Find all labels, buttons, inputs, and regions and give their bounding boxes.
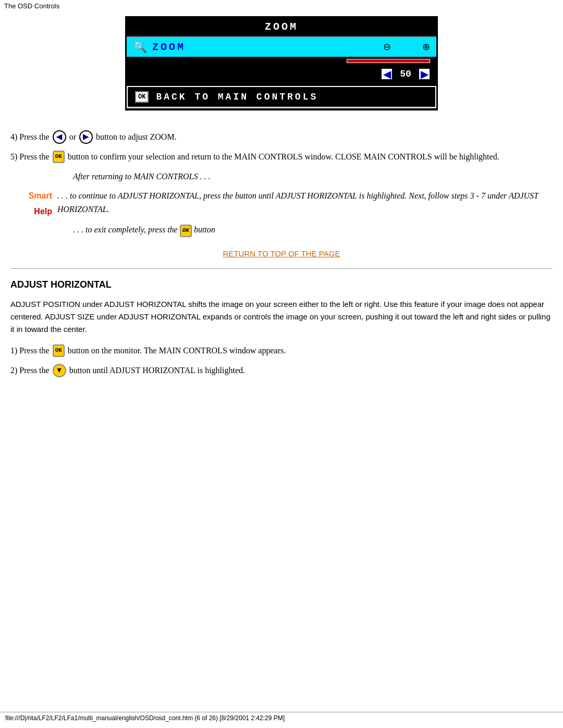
osd-right-arrow[interactable]: ▶ xyxy=(419,68,430,80)
step4-or: or xyxy=(69,130,76,144)
osd-number-row: ◀ 50 ▶ xyxy=(127,67,436,81)
smart-help-container: Smart Help . . . to continue to ADJUST H… xyxy=(10,189,553,218)
step4-prefix: 4) Press the xyxy=(10,130,50,144)
left-arrow-button: ◀ xyxy=(53,130,66,144)
osd-body: 🔍 ZOOM ⊖ ⊕ ◀ 50 ▶ OK BACK TO MAIN CONTRO… xyxy=(127,36,436,109)
step4-end: button to adjust ZOOM. xyxy=(96,130,177,144)
osd-value: 50 xyxy=(398,69,413,79)
zoom-magnify-icon: 🔍 xyxy=(133,40,147,54)
section-divider xyxy=(10,268,553,269)
step5-middle: button to confirm your selection and ret… xyxy=(68,150,499,164)
zoom-plus-icon: ⊕ xyxy=(422,41,430,53)
osd-display: ZOOM 🔍 ZOOM ⊖ ⊕ ◀ 50 ▶ OK BACK TO MAIN C… xyxy=(125,16,438,110)
right-arrow-button-step4: ▶ xyxy=(79,130,93,144)
help-label: Help xyxy=(34,205,52,218)
s2-step2-prefix: 2) Press the xyxy=(10,364,50,377)
smart-help-content: . . . to continue to ADJUST HORIZONTAL, … xyxy=(57,189,553,218)
after-returning: After returning to MAIN CONTROLS . . . xyxy=(73,170,553,183)
smart-help-labels: Smart Help xyxy=(10,189,52,218)
return-to-top-link[interactable]: RETURN TO TOP OF THE PAGE xyxy=(10,248,553,260)
osd-ok-badge: OK xyxy=(135,91,149,103)
after-returning-text: After returning to MAIN CONTROLS . . . xyxy=(73,172,210,181)
title-bar: The OSD Controls xyxy=(0,0,563,12)
step-4: 4) Press the ◀ or ▶ button to adjust ZOO… xyxy=(10,130,553,144)
section2-description: ADJUST POSITION under ADJUST HORIZONTAL … xyxy=(10,298,553,336)
s2-step1-suffix: button on the monitor. The MAIN CONTROLS… xyxy=(68,344,286,357)
osd-slider-track xyxy=(347,59,430,63)
title-text: The OSD Controls xyxy=(4,2,59,10)
section2-step1: 1) Press the OK button on the monitor. T… xyxy=(10,344,553,357)
s2-step1-prefix: 1) Press the xyxy=(10,344,50,357)
ok-button-exit: OK xyxy=(180,225,192,237)
osd-zoom-label: ZOOM xyxy=(152,41,378,53)
step-5: 5) Press the OK button to confirm your s… xyxy=(10,150,553,164)
ok-button-s2-step1: OK xyxy=(53,344,65,357)
adjust-horizontal-title: ADJUST HORIZONTAL xyxy=(10,277,553,292)
step5-prefix: 5) Press the xyxy=(10,150,50,164)
zoom-minus-icon: ⊖ xyxy=(383,41,391,53)
main-content: 4) Press the ◀ or ▶ button to adjust ZOO… xyxy=(0,119,563,389)
osd-left-arrow[interactable]: ◀ xyxy=(381,68,393,80)
ok-button-step5: OK xyxy=(53,151,65,163)
osd-back-row: OK BACK TO MAIN CONTROLS xyxy=(127,86,436,108)
exit-block: . . . to exit completely, press the OK b… xyxy=(73,223,553,237)
down-arrow-button-s2: ▼ xyxy=(53,364,66,377)
section2-step2: 2) Press the ▼ button until ADJUST HORIZ… xyxy=(10,364,553,377)
continue-text: . . . to continue to ADJUST HORIZONTAL, … xyxy=(57,191,538,214)
osd-back-label: BACK TO MAIN CONTROLS xyxy=(156,92,318,102)
s2-step2-suffix: button until ADJUST HORIZONTAL is highli… xyxy=(69,364,245,377)
osd-zoom-row: 🔍 ZOOM ⊖ ⊕ xyxy=(127,37,436,57)
smart-label: Smart xyxy=(29,189,52,203)
osd-slider-area xyxy=(127,57,436,67)
osd-spacer xyxy=(127,81,436,86)
exit-end: button xyxy=(194,225,215,234)
footer-bar: file:///D|/rita/LF2/LF2/LFa1/multi_manua… xyxy=(0,712,563,724)
footer-text: file:///D|/rita/LF2/LF2/LFa1/multi_manua… xyxy=(5,714,285,722)
exit-text: . . . to exit completely, press the xyxy=(73,225,178,234)
osd-title: ZOOM xyxy=(127,18,436,36)
